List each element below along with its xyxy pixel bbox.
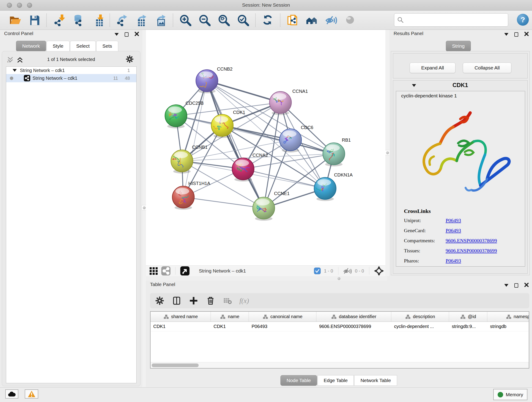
copy-network-icon[interactable]: [286, 14, 299, 26]
maximize-panel-icon[interactable]: [125, 32, 128, 37]
close-panel-icon[interactable]: [524, 283, 529, 288]
column-header--id[interactable]: @id: [449, 312, 487, 322]
show-items-icon[interactable]: [344, 14, 356, 26]
node-CCNB1[interactable]: CCNB1: [171, 145, 208, 173]
right-splitter-handle[interactable]: [385, 150, 390, 155]
export-image-icon[interactable]: [154, 14, 167, 26]
node-RB1[interactable]: RB1: [323, 138, 351, 166]
scrollbar-thumb[interactable]: [152, 364, 199, 367]
cell-canonical-name[interactable]: P06493: [249, 322, 317, 331]
refresh-icon[interactable]: [262, 14, 274, 26]
expand-all-button[interactable]: Expand All: [410, 63, 456, 73]
save-session-icon[interactable]: [28, 14, 40, 26]
search-box[interactable]: [394, 13, 508, 27]
tab-edge-table[interactable]: Edge Table: [317, 375, 354, 386]
tab-select[interactable]: Select: [70, 41, 96, 51]
zoom-fit-icon[interactable]: [218, 14, 230, 26]
gene-section-header[interactable]: CDK1: [393, 80, 527, 90]
tab-sets[interactable]: Sets: [96, 41, 118, 51]
tab-string[interactable]: String: [446, 41, 471, 51]
memory-button[interactable]: Memory: [493, 389, 527, 400]
crosslink-link[interactable]: 9606.ENSP00000378699: [446, 248, 497, 254]
warning-status-button[interactable]: [25, 389, 38, 399]
delete-column-icon[interactable]: [206, 296, 215, 306]
edge-CCNA2-CDKN1A[interactable]: [243, 169, 325, 188]
tab-style[interactable]: Style: [46, 41, 70, 51]
right-splitter[interactable]: [385, 30, 389, 276]
detach-view-icon[interactable]: [180, 266, 190, 276]
tab-network[interactable]: Network: [16, 41, 46, 51]
selected-checkbox-icon[interactable]: [314, 268, 321, 274]
grid-view-icon[interactable]: [149, 266, 158, 275]
cell-name[interactable]: CDK1: [211, 322, 249, 331]
import-network-icon[interactable]: [53, 14, 65, 26]
bottom-splitter-handle[interactable]: [336, 276, 341, 281]
network-canvas[interactable]: CCNB2CCNA1CDC25BCDK1CDC6RB1CCNB1CCNA2CDK…: [146, 30, 385, 265]
open-file-icon[interactable]: [9, 14, 21, 26]
column-header-database-identifier[interactable]: database identifier: [317, 312, 391, 322]
cell-database-identifier[interactable]: 9606.ENSP00000378699: [317, 322, 391, 331]
float-panel-icon[interactable]: [504, 33, 508, 36]
network-share-icon[interactable]: [161, 266, 171, 276]
edge-CCNB2-HIST1H1A[interactable]: [183, 81, 207, 197]
table-horizontal-scrollbar[interactable]: [151, 362, 529, 368]
cloud-status-button[interactable]: [5, 389, 18, 399]
add-column-icon[interactable]: [189, 296, 199, 306]
network-collection-row[interactable]: String Network – cdk1 1: [6, 67, 136, 74]
crosslink-link[interactable]: P06493: [446, 258, 461, 264]
left-splitter[interactable]: [142, 30, 146, 387]
birdseye-crosshair-icon[interactable]: [374, 266, 384, 276]
table-options-gear-icon[interactable]: [155, 296, 165, 306]
column-header-name[interactable]: name: [211, 312, 249, 322]
float-panel-icon[interactable]: [504, 284, 508, 287]
crosslink-link[interactable]: P06493: [446, 228, 461, 234]
bottom-splitter[interactable]: [146, 276, 387, 281]
hide-items-icon[interactable]: [325, 14, 337, 26]
column-header-description[interactable]: description: [391, 312, 449, 322]
hidden-eye-icon[interactable]: [343, 267, 352, 275]
export-table-icon[interactable]: [135, 14, 147, 26]
edge-HIST1H1A-CCNE1[interactable]: [183, 197, 264, 208]
node-CDKN1A[interactable]: CDKN1A: [314, 172, 353, 201]
table-row[interactable]: CDK1CDK1P064939606.ENSP00000378699cyclin…: [151, 322, 529, 332]
column-header-namespace[interactable]: namespace: [487, 312, 529, 322]
close-panel-icon[interactable]: [134, 32, 139, 37]
network-options-gear-icon[interactable]: [126, 55, 134, 64]
search-input[interactable]: [404, 14, 508, 26]
edge-CCNB2-CCNE1[interactable]: [207, 81, 264, 208]
cell-shared-name[interactable]: CDK1: [151, 322, 211, 331]
zoom-selected-icon[interactable]: [237, 14, 249, 26]
cell-namespace[interactable]: stringdb: [487, 322, 529, 331]
collection-expander-icon[interactable]: [13, 69, 17, 72]
houses-icon[interactable]: [306, 14, 318, 26]
maximize-panel-icon[interactable]: [514, 283, 518, 288]
collapse-all-button[interactable]: Collapse All: [463, 63, 511, 73]
network-row[interactable]: String Network – cdk1 11 48: [6, 74, 136, 82]
close-panel-icon[interactable]: [524, 32, 529, 37]
node-table[interactable]: shared namenamecanonical namedatabase id…: [150, 311, 529, 369]
node-CCNA1[interactable]: CCNA1: [269, 89, 308, 115]
cell-description[interactable]: cyclin-dependent ...: [391, 322, 449, 331]
maximize-panel-icon[interactable]: [514, 32, 518, 37]
tab-network-table[interactable]: Network Table: [354, 375, 397, 386]
cell--id[interactable]: stringdb:9...: [449, 322, 487, 331]
import-database-icon[interactable]: [72, 14, 84, 26]
tab-node-table[interactable]: Node Table: [280, 375, 317, 386]
node-CCNB2[interactable]: CCNB2: [196, 66, 233, 93]
delete-table-icon[interactable]: [222, 296, 233, 306]
crosslink-link[interactable]: 9606.ENSP00000378699: [446, 238, 497, 244]
zoom-out-icon[interactable]: [198, 14, 211, 26]
node-CDK1[interactable]: CDK1: [211, 110, 245, 138]
show-columns-icon[interactable]: [172, 296, 182, 306]
export-network-icon[interactable]: [116, 14, 128, 26]
function-builder-icon[interactable]: f(x): [239, 297, 249, 305]
edge-CCNB2-CCNA1[interactable]: [207, 81, 280, 102]
node-HIST1H1A[interactable]: HIST1H1A: [172, 181, 210, 210]
help-button[interactable]: ?: [517, 14, 529, 26]
column-header-shared-name[interactable]: shared name: [151, 312, 211, 322]
crosslink-link[interactable]: P06493: [446, 217, 461, 223]
float-panel-icon[interactable]: [114, 33, 119, 36]
import-table-icon[interactable]: [91, 14, 104, 26]
column-header-canonical-name[interactable]: canonical name: [249, 312, 317, 322]
zoom-in-icon[interactable]: [179, 14, 191, 26]
